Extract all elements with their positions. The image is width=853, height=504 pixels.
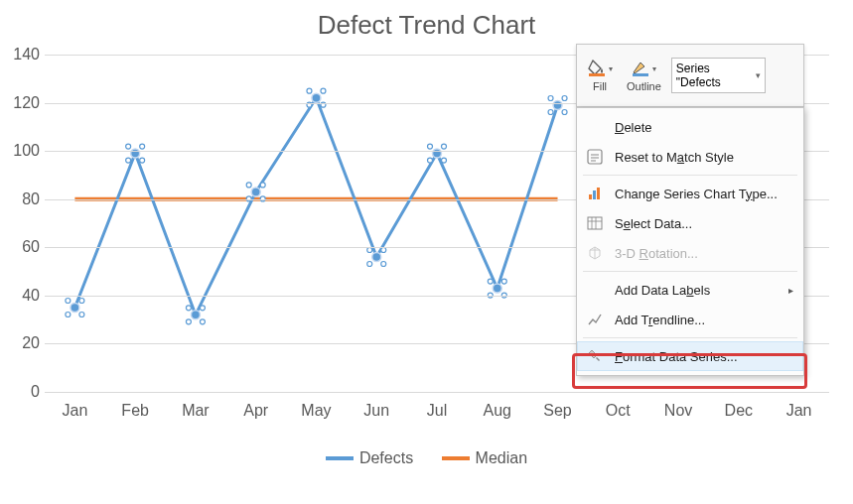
selection-handle bbox=[442, 158, 447, 163]
defect-markers[interactable] bbox=[66, 88, 567, 324]
select-data-icon bbox=[585, 213, 605, 233]
y-tick-label: 0 bbox=[10, 383, 40, 401]
menu-change-chart-type-label: Change Series Chart Type... bbox=[615, 187, 778, 201]
menu-reset[interactable]: Reset to Match Style bbox=[577, 142, 803, 172]
legend-swatch-median bbox=[442, 456, 470, 460]
menu-change-chart-type[interactable]: Change Series Chart Type... bbox=[577, 179, 803, 208]
outline-icon bbox=[631, 59, 650, 78]
fill-button[interactable]: ▾ Fill bbox=[583, 57, 617, 94]
svg-rect-4 bbox=[593, 190, 596, 199]
menu-select-data-label: Select Data... bbox=[615, 216, 692, 231]
series-selector-text: Series "Defects bbox=[676, 62, 756, 89]
svg-rect-0 bbox=[589, 73, 605, 76]
selection-handle bbox=[140, 144, 145, 149]
x-tick-label: Oct bbox=[606, 402, 631, 420]
chevron-down-icon: ▾ bbox=[652, 64, 656, 73]
chart-title: Defect Trend Chart bbox=[0, 0, 853, 41]
menu-3d-rotation-label: 3-D Rotation... bbox=[615, 246, 698, 261]
selection-handle bbox=[381, 262, 386, 267]
selection-handle bbox=[126, 144, 131, 149]
data-marker[interactable] bbox=[372, 253, 381, 262]
menu-separator bbox=[583, 337, 797, 338]
context-menu: Delete Reset to Match Style Change Serie… bbox=[576, 107, 804, 376]
svg-rect-1 bbox=[633, 73, 648, 76]
selection-handle bbox=[562, 96, 567, 101]
blank-icon bbox=[585, 280, 605, 300]
y-tick-label: 40 bbox=[10, 287, 40, 305]
y-tick-label: 80 bbox=[10, 190, 40, 208]
selection-handle bbox=[260, 183, 265, 188]
outline-label: Outline bbox=[627, 80, 661, 92]
x-tick-label: Dec bbox=[725, 402, 753, 420]
series-selector[interactable]: Series "Defects ▾ bbox=[671, 58, 766, 93]
selection-handle bbox=[562, 110, 567, 115]
selection-handle bbox=[200, 306, 205, 311]
data-marker[interactable] bbox=[191, 311, 200, 319]
y-tick-label: 100 bbox=[10, 142, 40, 160]
legend-label-defects: Defects bbox=[359, 449, 413, 467]
trendline-icon bbox=[585, 310, 605, 329]
legend-swatch-defects bbox=[326, 456, 354, 460]
legend-label-median: Median bbox=[476, 449, 527, 467]
x-axis: JanFebMarAprMayJunJulAugSepOctNovDecJan bbox=[45, 402, 829, 422]
legend-median[interactable]: Median bbox=[442, 449, 527, 467]
format-icon bbox=[585, 346, 605, 366]
x-tick-label: Nov bbox=[664, 402, 692, 420]
menu-add-trendline[interactable]: Add Trendline... bbox=[577, 305, 803, 334]
menu-3d-rotation: 3-D Rotation... bbox=[577, 238, 803, 268]
data-marker[interactable] bbox=[251, 188, 260, 196]
menu-select-data[interactable]: Select Data... bbox=[577, 208, 803, 238]
mini-toolbar: ▾ Fill ▾ Outline Series "Defects ▾ bbox=[576, 44, 804, 107]
x-tick-label: Aug bbox=[484, 402, 511, 420]
gridline bbox=[45, 392, 829, 393]
selection-handle bbox=[66, 299, 71, 304]
y-tick-label: 60 bbox=[10, 238, 40, 256]
x-tick-label: Jan bbox=[62, 402, 87, 420]
svg-rect-3 bbox=[589, 194, 592, 199]
selection-handle bbox=[321, 88, 326, 93]
selection-handle bbox=[66, 313, 71, 317]
data-marker[interactable] bbox=[71, 304, 79, 313]
menu-delete-label: Delete bbox=[615, 120, 652, 135]
data-marker[interactable] bbox=[312, 93, 321, 102]
y-tick-label: 140 bbox=[10, 46, 40, 63]
x-tick-label: Sep bbox=[543, 402, 571, 420]
menu-add-trendline-label: Add Trendline... bbox=[615, 313, 705, 327]
selection-handle bbox=[367, 262, 372, 267]
bar-chart-icon bbox=[585, 184, 605, 203]
menu-format-data-series-label: Format Data Series... bbox=[615, 349, 738, 364]
legend-defects[interactable]: Defects bbox=[326, 449, 413, 467]
x-tick-label: Mar bbox=[182, 402, 210, 420]
data-marker[interactable] bbox=[493, 284, 501, 293]
chevron-down-icon: ▾ bbox=[756, 70, 761, 80]
y-tick-label: 20 bbox=[10, 334, 40, 352]
selection-handle bbox=[501, 279, 506, 284]
selection-handle bbox=[186, 306, 191, 311]
chevron-right-icon: ▸ bbox=[788, 285, 793, 296]
menu-format-data-series[interactable]: Format Data Series... bbox=[577, 341, 803, 371]
menu-add-data-labels[interactable]: Add Data Labels ▸ bbox=[577, 275, 803, 305]
menu-separator bbox=[583, 175, 797, 176]
selection-handle bbox=[79, 299, 84, 304]
legend[interactable]: Defects Median bbox=[0, 446, 853, 467]
x-tick-label: Jul bbox=[427, 402, 447, 420]
menu-delete[interactable]: Delete bbox=[577, 112, 803, 142]
selection-handle bbox=[428, 144, 433, 149]
selection-handle bbox=[307, 88, 312, 93]
menu-reset-label: Reset to Match Style bbox=[615, 150, 734, 165]
svg-rect-2 bbox=[588, 150, 602, 164]
selection-handle bbox=[548, 96, 553, 101]
selection-handle bbox=[488, 279, 493, 284]
outline-button[interactable]: ▾ Outline bbox=[623, 57, 665, 94]
defects-series[interactable] bbox=[74, 98, 557, 315]
x-tick-label: May bbox=[301, 402, 331, 420]
chevron-down-icon: ▾ bbox=[609, 64, 613, 73]
svg-rect-5 bbox=[597, 188, 600, 199]
selection-handle bbox=[79, 313, 84, 317]
reset-icon bbox=[585, 147, 605, 167]
blank-icon bbox=[585, 117, 605, 137]
selection-handle bbox=[186, 319, 191, 324]
selection-handle bbox=[428, 158, 433, 163]
selection-handle bbox=[246, 183, 251, 188]
fill-label: Fill bbox=[593, 80, 607, 92]
